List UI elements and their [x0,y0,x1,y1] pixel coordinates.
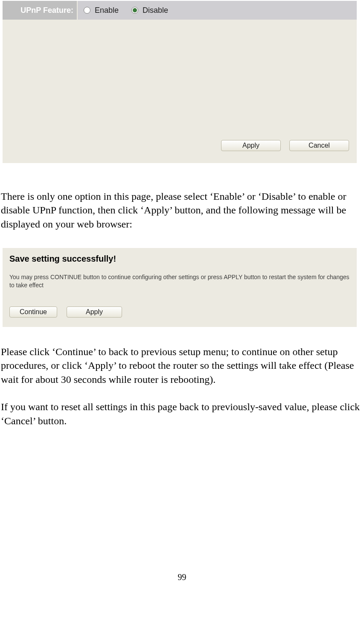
radio-disable[interactable]: Disable [131,6,168,15]
upnp-feature-label-cell: UPnP Feature: [3,1,78,20]
instruction-paragraph-3: If you want to reset all settings in thi… [0,400,364,428]
cancel-button[interactable]: Cancel [289,140,349,151]
upnp-options: Enable Disable [78,1,357,20]
radio-disable-indicator [131,7,138,14]
instruction-paragraph-1: There is only one option in this page, p… [0,190,364,231]
save-success-title: Save setting successfully! [9,254,350,264]
save-success-panel: Save setting successfully! You may press… [3,248,357,327]
radio-disable-label: Disable [143,6,168,15]
radio-enable-label: Enable [95,6,119,15]
apply-button[interactable]: Apply [221,140,281,151]
radio-enable[interactable]: Enable [84,6,119,15]
upnp-settings-panel: UPnP Feature: Enable Disable Apply Cance… [3,1,357,163]
save-success-body: You may press CONTINUE button to continu… [9,273,350,289]
page-number: 99 [0,572,364,582]
instruction-paragraph-2: Please click ‘Continue’ to back to previ… [0,345,364,386]
radio-enable-indicator [84,7,90,14]
upnp-feature-label: UPnP Feature: [20,6,73,15]
apply-button-confirm[interactable]: Apply [67,306,122,318]
continue-button[interactable]: Continue [9,306,57,318]
